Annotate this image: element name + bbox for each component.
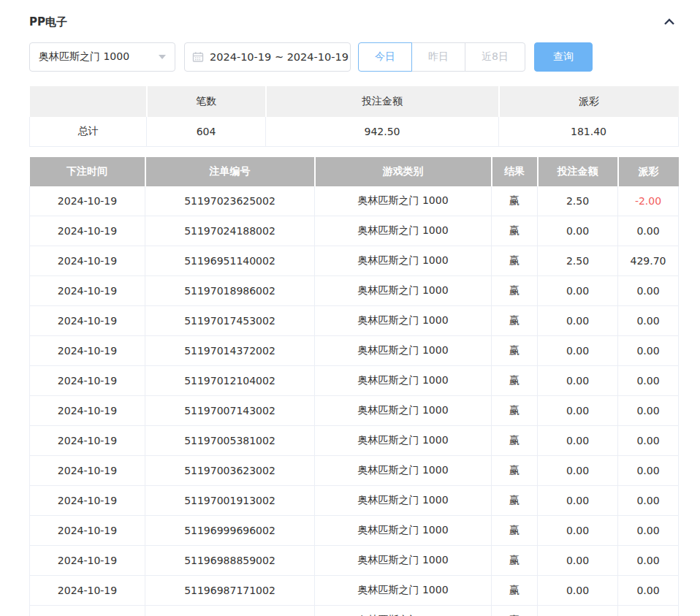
result-cell: 赢 — [492, 396, 538, 426]
payout-cell: 0.00 — [618, 546, 679, 576]
payout-cell: 0.00 — [618, 426, 679, 456]
bet-amount-cell: 0.00 — [538, 606, 618, 616]
game-type-cell: 奥林匹斯之门 1000 — [315, 516, 492, 546]
game-type-cell: 奥林匹斯之门 1000 — [315, 216, 492, 246]
game-type-cell: 奥林匹斯之门 1000 — [315, 606, 492, 616]
collapse-button[interactable] — [661, 13, 678, 31]
quick-range-group: 今日 昨日 近8日 — [358, 42, 525, 72]
table-row: 2024-10-1951197003623002奥林匹斯之门 1000赢0.00… — [30, 456, 679, 486]
order-number-cell: 51197014372002 — [145, 336, 315, 366]
payout-cell: 0.00 — [618, 456, 679, 486]
result-cell: 赢 — [492, 606, 538, 616]
order-number-cell: 51196999696002 — [145, 516, 315, 546]
result-cell: 赢 — [492, 516, 538, 546]
bet-amount-cell: 0.00 — [538, 456, 618, 486]
bet-amount-cell: 0.00 — [538, 426, 618, 456]
header-result: 结果 — [492, 157, 538, 186]
result-cell: 赢 — [492, 336, 538, 366]
order-number-cell: 51196987171002 — [145, 576, 315, 606]
bet-records-table: 下注时间 注单编号 游戏类别 结果 投注金额 派彩 2024-10-195119… — [29, 157, 679, 616]
result-cell: 赢 — [492, 456, 538, 486]
order-number-cell: 51197005381002 — [145, 426, 315, 456]
game-select[interactable]: 奥林匹斯之门 1000 — [29, 42, 175, 72]
result-cell: 赢 — [492, 246, 538, 276]
filter-bar: 奥林匹斯之门 1000 2024-10-19 ~ 2024-10-19 今日 昨… — [29, 42, 678, 72]
game-type-cell: 奥林匹斯之门 1000 — [315, 426, 492, 456]
payout-cell: 0.00 — [618, 216, 679, 246]
calendar-icon — [192, 51, 204, 63]
table-row: 2024-10-1951196999696002奥林匹斯之门 1000赢0.00… — [30, 516, 679, 546]
table-row: 2024-10-1951197023625002奥林匹斯之门 1000赢2.50… — [30, 186, 679, 216]
bet-amount-cell: 2.50 — [538, 246, 618, 276]
bet-amount-cell: 0.00 — [538, 486, 618, 516]
summary-total-payout: 181.40 — [499, 117, 679, 147]
game-type-cell: 奥林匹斯之门 1000 — [315, 546, 492, 576]
payout-cell: 0.00 — [618, 366, 679, 396]
result-cell: 赢 — [492, 186, 538, 216]
header-payout: 派彩 — [618, 157, 679, 186]
bet-time-cell: 2024-10-19 — [30, 456, 145, 486]
game-type-cell: 奥林匹斯之门 1000 — [315, 306, 492, 336]
game-type-cell: 奥林匹斯之门 1000 — [315, 366, 492, 396]
table-row: 2024-10-1951196951140002奥林匹斯之门 1000赢2.50… — [30, 246, 679, 276]
order-number-cell: 51197003623002 — [145, 456, 315, 486]
table-row: 2024-10-1951196988859002奥林匹斯之门 1000赢0.00… — [30, 546, 679, 576]
result-cell: 赢 — [492, 426, 538, 456]
payout-cell: 0.00 — [618, 576, 679, 606]
bet-table-header-row: 下注时间 注单编号 游戏类别 结果 投注金额 派彩 — [30, 157, 679, 186]
table-row: 2024-10-1951197018986002奥林匹斯之门 1000赢0.00… — [30, 276, 679, 306]
bet-time-cell: 2024-10-19 — [30, 366, 145, 396]
summary-header-payout: 派彩 — [499, 86, 679, 117]
header-game-type: 游戏类别 — [315, 157, 492, 186]
summary-header-bet-amount: 投注金额 — [266, 86, 499, 117]
result-cell: 赢 — [492, 216, 538, 246]
bet-time-cell: 2024-10-19 — [30, 186, 145, 216]
payout-cell: 429.70 — [618, 246, 679, 276]
page-title: PP电子 — [29, 15, 67, 29]
table-row: 2024-10-1951197012104002奥林匹斯之门 1000赢0.00… — [30, 366, 679, 396]
game-type-cell: 奥林匹斯之门 1000 — [315, 336, 492, 366]
table-row: 2024-10-1951196984841002奥林匹斯之门 1000赢0.00… — [30, 606, 679, 616]
caret-down-icon — [159, 55, 166, 59]
game-type-cell: 奥林匹斯之门 1000 — [315, 456, 492, 486]
header-bet-amount: 投注金额 — [538, 157, 618, 186]
bet-amount-cell: 0.00 — [538, 216, 618, 246]
payout-cell: 0.00 — [618, 336, 679, 366]
bet-time-cell: 2024-10-19 — [30, 546, 145, 576]
payout-cell: 0.00 — [618, 396, 679, 426]
order-number-cell: 51197023625002 — [145, 186, 315, 216]
result-cell: 赢 — [492, 576, 538, 606]
payout-cell: -2.00 — [618, 186, 679, 216]
game-type-cell: 奥林匹斯之门 1000 — [315, 576, 492, 606]
today-button[interactable]: 今日 — [358, 42, 412, 72]
order-number-cell: 51197012104002 — [145, 366, 315, 396]
game-type-cell: 奥林匹斯之门 1000 — [315, 486, 492, 516]
table-row: 2024-10-1951197014372002奥林匹斯之门 1000赢0.00… — [30, 336, 679, 366]
search-button[interactable]: 查询 — [534, 42, 593, 72]
yesterday-button[interactable]: 昨日 — [411, 42, 465, 72]
order-number-cell: 51196951140002 — [145, 246, 315, 276]
summary-total-label: 总计 — [30, 117, 147, 147]
result-cell: 赢 — [492, 366, 538, 396]
order-number-cell: 51197001913002 — [145, 486, 315, 516]
bet-table-body: 2024-10-1951197023625002奥林匹斯之门 1000赢2.50… — [30, 186, 679, 616]
summary-total-bet-amount: 942.50 — [266, 117, 499, 147]
last-8-days-button[interactable]: 近8日 — [465, 42, 525, 72]
bet-amount-cell: 0.00 — [538, 546, 618, 576]
order-number-cell: 51197024188002 — [145, 216, 315, 246]
date-range-input[interactable]: 2024-10-19 ~ 2024-10-19 — [184, 42, 351, 72]
bet-amount-cell: 0.00 — [538, 366, 618, 396]
game-type-cell: 奥林匹斯之门 1000 — [315, 246, 492, 276]
game-type-cell: 奥林匹斯之门 1000 — [315, 396, 492, 426]
bet-time-cell: 2024-10-19 — [30, 486, 145, 516]
chevron-up-icon — [662, 15, 677, 29]
payout-cell: 0.00 — [618, 276, 679, 306]
pp-electronic-panel: PP电子 奥林匹斯之门 1000 — [0, 0, 700, 616]
table-row: 2024-10-1951196987171002奥林匹斯之门 1000赢0.00… — [30, 576, 679, 606]
payout-cell: 0.00 — [618, 606, 679, 616]
header-bet-time: 下注时间 — [30, 157, 145, 186]
order-number-cell: 51197007143002 — [145, 396, 315, 426]
result-cell: 赢 — [492, 486, 538, 516]
bet-amount-cell: 0.00 — [538, 336, 618, 366]
table-row: 2024-10-1951197024188002奥林匹斯之门 1000赢0.00… — [30, 216, 679, 246]
